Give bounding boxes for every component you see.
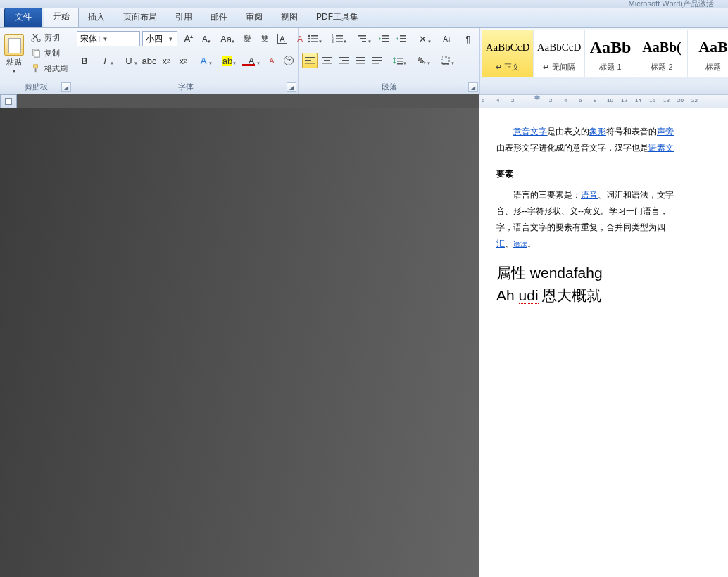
tab-layout[interactable]: 页面布局	[114, 7, 166, 27]
link[interactable]: 语法	[513, 240, 527, 248]
ruler-number: 18	[663, 97, 670, 103]
svg-rect-3	[34, 51, 40, 57]
line-spacing-button[interactable]: ▼	[387, 53, 409, 68]
group-label-clipboard: 剪贴板	[4, 82, 69, 94]
text-effects-button[interactable]: A▼	[192, 53, 215, 68]
link[interactable]: 意音文字	[513, 127, 547, 137]
text: wendafahg	[530, 265, 603, 281]
horizontal-ruler[interactable]: 642246810121416182022	[479, 94, 728, 108]
style-item[interactable]: AaBbCcD↵ 正文	[482, 30, 534, 77]
tab-review[interactable]: 审阅	[237, 7, 272, 27]
justify-button[interactable]	[353, 53, 368, 68]
svg-rect-40	[372, 60, 382, 61]
svg-rect-24	[400, 35, 406, 37]
app-title: Microsoft Word(产品激活	[629, 0, 714, 9]
svg-rect-26	[400, 41, 406, 42]
svg-rect-15	[336, 38, 343, 39]
highlight-button[interactable]: ab▼	[216, 53, 239, 68]
grow-font-button[interactable]: A▴	[180, 31, 195, 46]
ruler-number: 10	[607, 97, 613, 103]
document-page[interactable]: 意音文字是由表义的象形符号和表音的声旁 由表形文字进化成的意音文字，汉字也是语素…	[479, 108, 728, 577]
svg-rect-7	[311, 35, 318, 37]
font-launcher[interactable]: ◢	[287, 82, 296, 92]
ribbon-tabs: 文件 开始 插入 页面布局 引用 邮件 审阅 视图 PDF工具集	[0, 8, 728, 28]
paragraph-launcher[interactable]: ◢	[468, 82, 478, 92]
scissors-icon	[31, 32, 42, 43]
character-border-button[interactable]: 雙	[257, 31, 272, 46]
numbering-button[interactable]: 123▼	[327, 31, 349, 46]
font-color-button[interactable]: A▼	[240, 53, 263, 68]
shrink-font-button[interactable]: A▾	[197, 31, 213, 46]
svg-rect-18	[358, 35, 366, 37]
text: 由表形文字进化成的意音文字，汉字也是	[496, 143, 648, 153]
show-marks-button[interactable]: ¶	[460, 31, 476, 46]
format-painter-button[interactable]: 格式刷	[27, 61, 71, 76]
svg-rect-31	[324, 60, 330, 61]
shading-button[interactable]: ▼	[410, 53, 433, 68]
paste-button[interactable]: 粘贴 ▼	[4, 30, 25, 78]
tab-mail[interactable]: 邮件	[201, 7, 237, 27]
phonetic-guide-button[interactable]: 變	[239, 31, 255, 46]
link[interactable]: 语素文	[648, 143, 674, 153]
cut-button[interactable]: 剪切	[27, 30, 71, 45]
tab-home[interactable]: 开始	[44, 6, 79, 27]
text: 恩大概就	[539, 287, 602, 303]
subscript-button[interactable]: x2	[158, 53, 174, 68]
tab-insert[interactable]: 插入	[79, 7, 114, 27]
svg-rect-21	[382, 35, 389, 37]
font-family-combo[interactable]: 宋体 ▼	[77, 31, 140, 46]
svg-rect-17	[336, 41, 343, 42]
svg-rect-23	[382, 41, 389, 42]
style-item[interactable]: AaBbCcD↵ 无间隔	[534, 30, 585, 77]
bold-button[interactable]: B	[77, 53, 92, 68]
copy-button[interactable]: 复制	[27, 46, 71, 61]
superscript-button[interactable]: x2	[175, 53, 191, 68]
font-family-value: 宋体	[80, 33, 97, 45]
align-center-button[interactable]	[319, 53, 334, 68]
text: 符号和表音的	[606, 127, 657, 137]
sort-button[interactable]: A↓	[436, 31, 458, 46]
enclose-button[interactable]: A	[275, 31, 290, 46]
text: 音、形--字符形状、义--意义。学习一门语言，	[496, 203, 728, 220]
font-size-value: 小四	[146, 33, 163, 45]
tab-file[interactable]: 文件	[4, 8, 42, 27]
hanging-indent-marker[interactable]	[534, 95, 541, 99]
style-item[interactable]: AaB标题	[688, 30, 728, 77]
svg-rect-9	[311, 38, 318, 39]
change-case-button[interactable]: Aa▼	[215, 31, 237, 46]
bullets-button[interactable]: ▼	[302, 31, 325, 46]
decrease-indent-button[interactable]	[376, 31, 391, 46]
character-shading-button[interactable]: A	[264, 53, 280, 68]
text: udi	[519, 287, 539, 304]
tab-selector[interactable]	[0, 94, 17, 108]
font-size-combo[interactable]: 小四 ▼	[142, 31, 177, 46]
link[interactable]: 声旁	[657, 127, 674, 137]
tab-view[interactable]: 视图	[272, 7, 307, 27]
tab-pdf[interactable]: PDF工具集	[307, 7, 368, 27]
style-item[interactable]: AaBb标题 1	[585, 30, 636, 77]
multilevel-list-button[interactable]: ▼	[351, 31, 374, 46]
clipboard-launcher[interactable]: ◢	[61, 82, 71, 92]
align-right-button[interactable]	[336, 53, 351, 68]
tab-references[interactable]: 引用	[166, 7, 201, 27]
ruler-number: 16	[649, 97, 655, 103]
link[interactable]: 语音	[581, 190, 598, 200]
italic-button[interactable]: I▼	[94, 53, 116, 68]
enclose-characters-button[interactable]: 字	[281, 53, 296, 68]
style-item[interactable]: AaBb(标题 2	[636, 30, 688, 77]
ruler-number: 12	[621, 97, 627, 103]
paste-icon	[4, 34, 24, 56]
borders-button[interactable]: ▼	[434, 53, 457, 68]
style-name: 标题 2	[651, 62, 672, 75]
increase-indent-button[interactable]	[394, 31, 409, 46]
strikethrough-button[interactable]: abc	[142, 53, 157, 68]
underline-button[interactable]: U▼	[118, 53, 140, 68]
svg-rect-38	[356, 63, 365, 64]
link[interactable]: 汇	[496, 239, 505, 248]
distributed-button[interactable]	[370, 53, 385, 68]
align-left-button[interactable]	[302, 53, 318, 68]
text: 、词汇和语法，文字	[598, 190, 674, 200]
link[interactable]: 象形	[589, 127, 606, 137]
svg-text:3: 3	[332, 39, 334, 44]
asian-layout-button[interactable]: ✕▼	[411, 31, 434, 46]
